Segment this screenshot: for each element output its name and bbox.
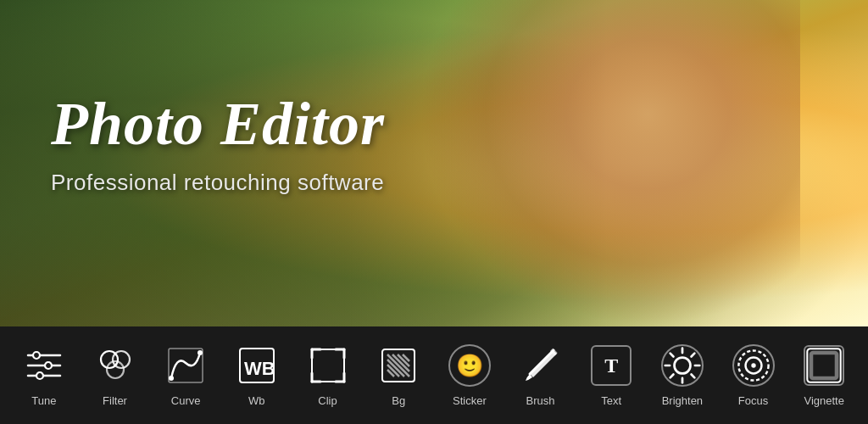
svg-point-11 (198, 350, 203, 355)
svg-point-4 (45, 362, 52, 369)
svg-line-37 (670, 354, 674, 357)
tune-label: Tune (31, 394, 56, 407)
svg-line-38 (691, 375, 694, 378)
app: Photo Editor Professional retouching sof… (0, 0, 868, 424)
tool-filter[interactable]: Filter (80, 343, 151, 407)
photo-area: Photo Editor Professional retouching sof… (0, 0, 868, 326)
svg-point-43 (751, 363, 755, 367)
tool-vignette[interactable]: Vignette (788, 343, 860, 407)
svg-point-5 (36, 372, 43, 379)
app-subtitle: Professional retouching software (51, 170, 385, 196)
clip-label: Clip (318, 394, 337, 407)
brush-icon (519, 343, 563, 388)
text-icon: T (589, 343, 633, 388)
brush-label: Brush (526, 394, 555, 407)
vignette-icon (802, 343, 846, 388)
bg-label: Bg (392, 394, 405, 407)
focus-icon (732, 343, 776, 388)
toolbar: Tune Filter Cur (0, 326, 868, 424)
filter-icon (93, 343, 137, 388)
svg-rect-9 (169, 349, 203, 382)
tool-curve[interactable]: Curve (150, 343, 221, 407)
svg-rect-14 (312, 349, 344, 382)
filter-label: Filter (103, 394, 127, 407)
clip-icon (306, 343, 350, 388)
tool-sticker[interactable]: 🙂 Sticker (434, 343, 505, 407)
tool-brighten[interactable]: Brighten (647, 343, 718, 407)
curve-label: Curve (171, 394, 201, 407)
curve-icon (164, 343, 208, 388)
brighten-label: Brighten (662, 394, 703, 407)
svg-point-7 (113, 351, 130, 368)
tool-wb[interactable]: WB Wb (221, 343, 292, 407)
wb-icon: WB (235, 343, 279, 388)
svg-point-3 (33, 352, 40, 359)
svg-point-10 (169, 376, 174, 381)
tool-bg[interactable]: Bg (363, 343, 434, 407)
bg-icon (376, 343, 420, 388)
svg-rect-45 (811, 353, 837, 378)
app-title: Photo Editor (51, 93, 385, 154)
sticker-icon: 🙂 (448, 343, 492, 388)
wb-label: Wb (248, 394, 265, 407)
tool-brush[interactable]: Brush (505, 343, 576, 407)
svg-text:WB: WB (244, 358, 275, 379)
tune-icon (22, 343, 66, 388)
tool-clip[interactable]: Clip (292, 343, 364, 407)
tool-tune[interactable]: Tune (8, 343, 80, 407)
svg-point-8 (107, 361, 124, 378)
svg-line-39 (691, 354, 694, 357)
focus-label: Focus (738, 394, 768, 407)
svg-line-40 (670, 375, 674, 378)
sticker-label: Sticker (453, 394, 487, 407)
brighten-icon (660, 343, 704, 388)
text-label: Text (601, 394, 621, 407)
tool-text[interactable]: T Text (576, 343, 647, 407)
text-content: Photo Editor Professional retouching sof… (51, 93, 385, 196)
vignette-label: Vignette (804, 394, 843, 407)
svg-point-32 (674, 358, 690, 374)
tool-focus[interactable]: Focus (718, 343, 789, 407)
